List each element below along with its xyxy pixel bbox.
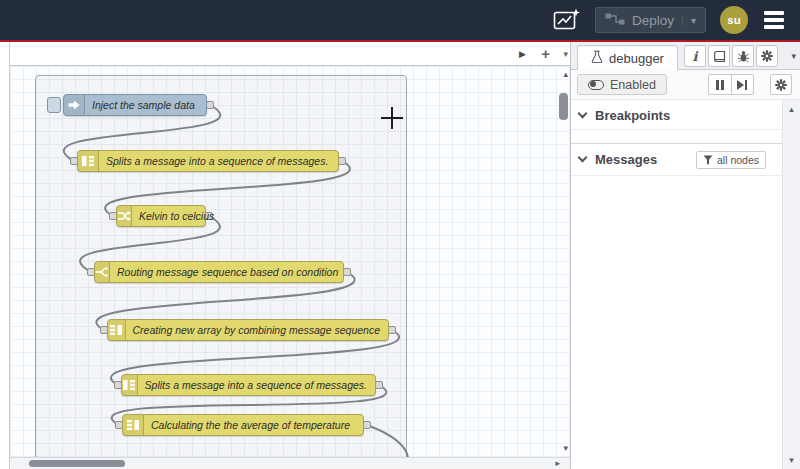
tab-debugger[interactable]: debugger: [577, 45, 678, 70]
add-flow-button[interactable]: +: [541, 42, 550, 65]
sidebar-panel: debugger i: [570, 42, 800, 469]
tab-debugger-label: debugger: [609, 51, 664, 66]
hscroll-thumb[interactable]: [29, 460, 125, 467]
info-button[interactable]: i: [684, 45, 706, 67]
header: Deploy ▾ su: [0, 0, 800, 42]
node-label: Splits a message into a sequence of mess…: [138, 375, 375, 395]
pause-step-group: [708, 74, 754, 95]
toggle-on-icon: [588, 80, 604, 90]
funnel-icon: [703, 155, 713, 165]
settings-button[interactable]: [756, 45, 778, 67]
crosshair-cursor: [391, 107, 393, 129]
node-label: Kelvin to celcius: [132, 206, 222, 226]
flow-node-join[interactable]: Calculating the the average of temperatu…: [122, 414, 364, 436]
flow-canvas[interactable]: ▴ ▾ Inject the sample dataSplits a messa…: [10, 66, 570, 457]
tab-scroll-right-icon[interactable]: ▶: [519, 42, 526, 65]
pause-icon: [716, 80, 724, 90]
flow-node-change[interactable]: Kelvin to celcius: [116, 205, 206, 227]
enabled-toggle-button[interactable]: Enabled: [577, 74, 667, 95]
chevron-down-icon: [578, 153, 588, 163]
hscroll-right-icon[interactable]: ▸: [555, 458, 560, 469]
node-label: Creating new array by combining message …: [126, 320, 388, 340]
flow-node-split[interactable]: Splits a message into a sequence of mess…: [77, 150, 339, 172]
change-icon: [117, 206, 132, 226]
bug-button[interactable]: [732, 45, 754, 67]
node-label: Calculating the the average of temperatu…: [144, 415, 358, 435]
node-red-app: Deploy ▾ su ▶ + ▾ ▴ ▾ Inject the sample …: [0, 0, 800, 469]
sidebar-actions: i: [684, 45, 778, 67]
deploy-caret-icon[interactable]: ▾: [682, 15, 696, 26]
deploy-button[interactable]: Deploy ▾: [595, 7, 706, 33]
messages-title: Messages: [595, 152, 657, 167]
node-label: Routing message sequence based on condit…: [110, 262, 346, 282]
flow-list-caret-icon[interactable]: ▾: [563, 42, 568, 65]
flow-node-join[interactable]: Creating new array by combining message …: [107, 319, 389, 341]
filter-all-nodes-button[interactable]: all nodes: [696, 151, 766, 169]
split-icon: [78, 151, 99, 171]
breakpoints-empty-list: [571, 130, 782, 144]
flow-node-switch[interactable]: Routing message sequence based on condit…: [94, 261, 344, 283]
debugger-content: Breakpoints Messages all nodes ▴ ▾: [571, 100, 800, 469]
palette-edge: [0, 42, 10, 469]
chevron-down-icon: [578, 109, 588, 119]
main-menu-button[interactable]: [762, 9, 786, 31]
split-icon: [122, 375, 138, 395]
breakpoints-title: Breakpoints: [595, 108, 670, 123]
flask-icon: [591, 50, 603, 66]
panel-scroll-up-icon[interactable]: ▴: [783, 104, 800, 114]
horizontal-scrollbar[interactable]: ▸: [10, 457, 570, 469]
user-avatar[interactable]: su: [720, 6, 748, 34]
join-icon: [108, 320, 126, 340]
flow-node-split[interactable]: Splits a message into a sequence of mess…: [121, 374, 376, 396]
node-label: Splits a message into a sequence of mess…: [99, 151, 336, 171]
switch-icon: [95, 262, 110, 282]
section-breakpoints[interactable]: Breakpoints: [571, 102, 782, 130]
debugger-toolbar: Enabled: [571, 70, 800, 100]
filter-label: all nodes: [717, 154, 759, 166]
flow-node-inject[interactable]: Inject the sample data: [63, 94, 207, 116]
step-button[interactable]: [731, 75, 753, 94]
flow-sparkle-icon[interactable]: [553, 8, 581, 32]
panel-scrollbar[interactable]: ▴ ▾: [782, 100, 800, 469]
inject-trigger-button[interactable]: [47, 97, 61, 113]
sidebar-tabbar: debugger i: [571, 42, 800, 70]
node-label: Inject the sample data: [85, 95, 203, 115]
main-area: ▶ + ▾ ▴ ▾ Inject the sample dataSplits a…: [0, 42, 800, 469]
workspace: ▶ + ▾ ▴ ▾ Inject the sample dataSplits a…: [10, 42, 570, 469]
panel-scroll-down-icon[interactable]: ▾: [783, 455, 800, 465]
join-icon: [123, 415, 144, 435]
deploy-label: Deploy: [632, 13, 674, 28]
step-icon: [737, 80, 748, 90]
flow-tabbar: ▶ + ▾: [10, 42, 570, 66]
book-button[interactable]: [708, 45, 730, 67]
enabled-label: Enabled: [610, 78, 656, 92]
pause-button[interactable]: [709, 75, 731, 94]
inject-icon: [64, 95, 85, 115]
deploy-nodes-icon: [605, 13, 625, 28]
section-messages[interactable]: Messages all nodes: [571, 144, 782, 176]
panel-caret-icon[interactable]: ▾: [791, 51, 796, 61]
debugger-settings-button[interactable]: [770, 74, 792, 95]
